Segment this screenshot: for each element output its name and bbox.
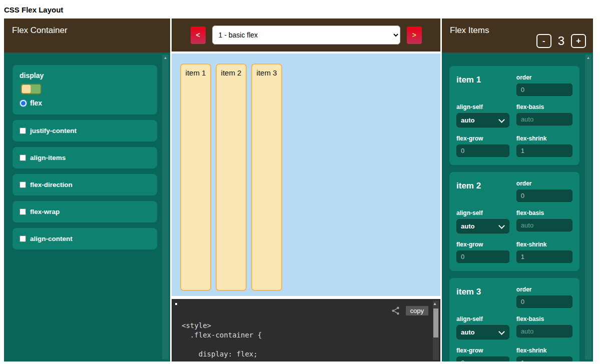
item-3-align-self-select[interactable]: auto [456, 325, 509, 340]
item-count: 3 [558, 34, 564, 48]
item-2-flex-basis-input[interactable] [516, 219, 572, 232]
flex-wrap-checkbox-row[interactable]: flex-wrap [20, 208, 150, 216]
decrease-items-button[interactable]: - [536, 34, 551, 48]
item-1-flex-basis-label: flex-basis [516, 104, 572, 110]
property-card-align-items: align-items [13, 147, 157, 168]
display-toggle-knob [22, 84, 31, 94]
flex-items-panel: Flex Items - 3 + item 1 order align-self [442, 18, 593, 362]
item-1-flex-shrink-label: flex-shrink [516, 135, 572, 142]
item-2-flex-grow-input[interactable] [456, 250, 509, 263]
item-2-align-self-select[interactable]: auto [456, 219, 509, 234]
item-1-align-self-select[interactable]: auto [456, 113, 509, 128]
item-2-order-label: order [516, 180, 572, 187]
item-1-order-label: order [516, 74, 572, 81]
item-3-flex-shrink-input[interactable] [516, 356, 572, 362]
display-flex-radio[interactable] [20, 100, 27, 107]
share-icon[interactable] [391, 306, 400, 316]
item-3-title: item 3 [456, 286, 509, 297]
item-1-order-input[interactable] [516, 84, 572, 96]
item-3-align-self-label: align-self [456, 316, 509, 322]
item-2-order-field: order [516, 180, 572, 202]
right-scroll-up-arrow-icon[interactable]: ▲ [585, 54, 591, 62]
item-1-flex-basis-field: flex-basis [516, 104, 572, 126]
item-card-2: item 2 order align-self auto flex-basis [449, 172, 579, 271]
item-3-order-label: order [516, 286, 572, 293]
item-1-align-self-label: align-self [456, 104, 509, 110]
item-3-flex-grow-label: flex-grow [456, 347, 509, 354]
align-content-label: align-content [30, 235, 73, 242]
item-3-flex-basis-input[interactable] [516, 325, 572, 338]
page-title: CSS Flex Layout [0, 0, 600, 18]
item-1-order-field: order [516, 74, 572, 96]
item-1-align-self-select-wrap: auto [456, 113, 509, 128]
display-card: display flex [13, 65, 157, 114]
flex-container-panel-body: display flex justify-content alig [4, 52, 170, 362]
item-2-flex-shrink-input[interactable] [516, 250, 572, 263]
justify-content-checkbox[interactable] [20, 128, 26, 134]
code-scroll-up-arrow-icon[interactable]: ▲ [433, 300, 439, 308]
flex-container-panel-title: Flex Container [12, 26, 68, 36]
item-card-3: item 3 order align-self auto flex-basis [449, 278, 579, 362]
item-3-flex-grow-input[interactable] [456, 356, 509, 362]
item-2-title: item 2 [456, 180, 509, 191]
display-toggle[interactable] [21, 84, 42, 94]
item-2-flex-basis-label: flex-basis [516, 210, 572, 216]
flex-wrap-checkbox[interactable] [20, 208, 26, 215]
item-3-flex-shrink-field: flex-shrink [516, 347, 572, 362]
item-1-flex-grow-field: flex-grow [456, 135, 509, 157]
item-2-flex-basis-field: flex-basis [516, 210, 572, 232]
align-items-label: align-items [30, 154, 66, 162]
property-card-flex-wrap: flex-wrap [13, 201, 157, 222]
align-items-checkbox[interactable] [20, 154, 26, 161]
item-2-flex-grow-field: flex-grow [456, 241, 509, 263]
flex-direction-checkbox-row[interactable]: flex-direction [20, 181, 150, 188]
code-scrollbar[interactable]: ▲ [433, 300, 439, 360]
right-panel-scrollbar[interactable]: ▲ [585, 54, 591, 360]
flex-item-2: item 2 [216, 64, 247, 291]
item-3-flex-basis-label: flex-basis [516, 316, 572, 322]
item-2-align-self-field: align-self auto [456, 210, 509, 234]
align-items-checkbox-row[interactable]: align-items [20, 154, 150, 162]
item-3-order-input[interactable] [516, 296, 572, 308]
next-example-button[interactable]: > [407, 26, 422, 44]
code-scrollbar-thumb[interactable] [433, 308, 438, 338]
increase-items-button[interactable]: + [571, 34, 586, 48]
flex-item-1: item 1 [180, 64, 211, 291]
example-nav: < 1 - basic flex > [172, 18, 440, 52]
main-columns: Flex Container display flex justify-cont… [4, 18, 600, 362]
code-block: copy <style> .flex-container { display: … [172, 299, 440, 362]
flex-direction-checkbox[interactable] [20, 182, 26, 188]
flex-item-3: item 3 [251, 64, 282, 291]
scroll-up-arrow-icon[interactable]: ▲ [162, 54, 169, 62]
item-1-flex-shrink-field: flex-shrink [516, 135, 572, 157]
item-2-align-self-label: align-self [456, 210, 509, 216]
prev-example-button[interactable]: < [191, 26, 206, 44]
flex-direction-label: flex-direction [30, 181, 73, 188]
item-3-align-self-select-wrap: auto [456, 325, 509, 340]
item-1-flex-basis-input[interactable] [516, 113, 572, 126]
example-select[interactable]: 1 - basic flex [212, 26, 400, 44]
justify-content-checkbox-row[interactable]: justify-content [20, 127, 150, 134]
item-3-flex-basis-field: flex-basis [516, 316, 572, 338]
item-3-align-self-field: align-self auto [456, 316, 509, 340]
item-1-flex-shrink-input[interactable] [516, 144, 572, 157]
item-2-order-input[interactable] [516, 190, 572, 202]
left-panel-scrollbar[interactable]: ▲ [162, 54, 169, 360]
item-1-flex-grow-input[interactable] [456, 144, 509, 157]
preview-column: < 1 - basic flex > item 1 item 2 item 3 … [172, 18, 440, 362]
item-1-title: item 1 [456, 74, 509, 85]
align-content-checkbox[interactable] [20, 236, 26, 242]
item-3-flex-grow-field: flex-grow [456, 347, 509, 362]
display-label: display [20, 72, 150, 80]
justify-content-label: justify-content [30, 127, 77, 134]
property-card-align-content: align-content [13, 228, 157, 250]
align-content-checkbox-row[interactable]: align-content [20, 235, 150, 242]
copy-button[interactable]: copy [406, 306, 428, 316]
flex-container-panel: Flex Container display flex justify-cont… [4, 18, 170, 362]
item-3-order-field: order [516, 286, 572, 308]
item-2-flex-shrink-label: flex-shrink [516, 241, 572, 248]
item-1-align-self-field: align-self auto [456, 104, 509, 128]
item-count-controls: - 3 + [536, 34, 586, 48]
item-card-1: item 1 order align-self auto flex-basis [449, 66, 579, 165]
display-flex-radio-row[interactable]: flex [20, 99, 150, 107]
